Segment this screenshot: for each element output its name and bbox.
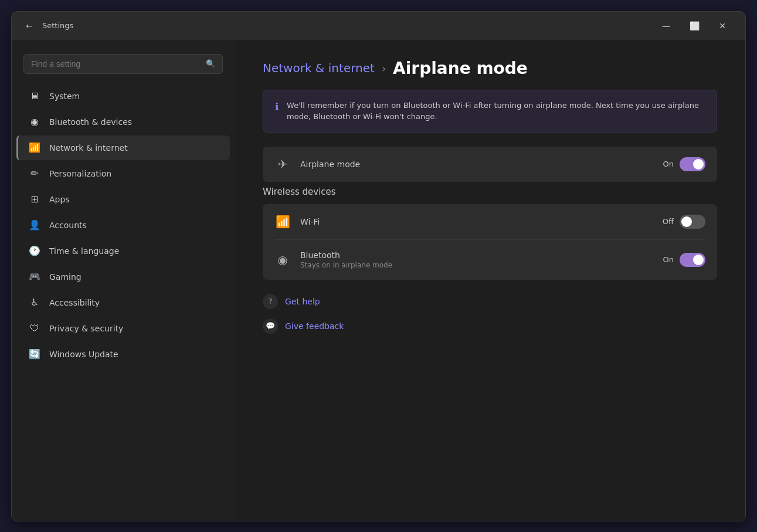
- accounts-icon: 👤: [28, 219, 41, 232]
- content-area: Network & internet › Airplane mode ℹ We'…: [235, 40, 745, 521]
- time-icon: 🕐: [28, 245, 41, 257]
- get-help-link[interactable]: ? Get help: [263, 292, 717, 311]
- wifi-toggle[interactable]: [680, 215, 705, 229]
- airplane-mode-control: On: [663, 157, 705, 171]
- breadcrumb-separator: ›: [382, 62, 386, 74]
- sidebar-label-personalization: Personalization: [49, 169, 111, 178]
- airplane-mode-info: Airplane mode: [300, 160, 654, 169]
- sidebar-label-bluetooth: Bluetooth & devices: [49, 117, 132, 127]
- sidebar-item-accessibility[interactable]: ♿ Accessibility: [16, 290, 230, 315]
- bluetooth-sublabel: Stays on in airplane mode: [300, 261, 654, 269]
- privacy-icon: 🛡: [28, 322, 41, 335]
- wifi-row: 📶 Wi-Fi Off: [274, 204, 705, 239]
- bluetooth-setting-icon: ◉: [274, 253, 291, 267]
- sidebar-item-windows-update[interactable]: 🔄 Windows Update: [16, 342, 230, 367]
- title-bar: ← Settings — ⬜ ✕: [12, 12, 745, 40]
- give-feedback-label: Give feedback: [285, 321, 344, 331]
- search-input[interactable]: [31, 59, 201, 69]
- wifi-status: Off: [663, 217, 674, 226]
- network-icon: 📶: [28, 141, 41, 154]
- back-button[interactable]: ←: [21, 18, 38, 34]
- wireless-card: 📶 Wi-Fi Off ◉: [263, 204, 717, 280]
- give-feedback-icon: 💬: [263, 318, 278, 334]
- wifi-control: Off: [663, 215, 705, 229]
- sidebar-item-privacy[interactable]: 🛡 Privacy & security: [16, 316, 230, 341]
- info-banner: ℹ We'll remember if you turn on Bluetoot…: [263, 90, 717, 133]
- settings-window: ← Settings — ⬜ ✕ 🔍 🖥 System ◉ Blue: [11, 11, 746, 521]
- accessibility-icon: ♿: [28, 296, 41, 309]
- get-help-icon: ?: [263, 294, 278, 309]
- sidebar-item-system[interactable]: 🖥 System: [16, 84, 230, 109]
- sidebar-item-bluetooth[interactable]: ◉ Bluetooth & devices: [16, 110, 230, 134]
- sidebar-item-gaming[interactable]: 🎮 Gaming: [16, 265, 230, 289]
- breadcrumb-parent[interactable]: Network & internet: [263, 61, 375, 75]
- search-box[interactable]: 🔍: [23, 54, 223, 74]
- search-container: 🔍: [12, 49, 235, 83]
- apps-icon: ⊞: [28, 193, 41, 206]
- sidebar-item-network[interactable]: 📶 Network & internet: [16, 135, 230, 160]
- wireless-section-title: Wireless devices: [263, 187, 717, 197]
- maximize-button[interactable]: ⬜: [681, 16, 708, 35]
- give-feedback-link[interactable]: 💬 Give feedback: [263, 316, 717, 336]
- wifi-track: [680, 215, 705, 229]
- bluetooth-status: On: [663, 255, 674, 264]
- personalization-icon: ✏: [28, 167, 41, 180]
- bluetooth-track: [680, 253, 705, 267]
- airplane-mode-thumb: [693, 159, 704, 170]
- sidebar-item-time[interactable]: 🕐 Time & language: [16, 239, 230, 263]
- wifi-icon: 📶: [274, 215, 291, 229]
- bluetooth-toggle[interactable]: [680, 253, 705, 267]
- wifi-info: Wi-Fi: [300, 217, 653, 226]
- sidebar-item-personalization[interactable]: ✏ Personalization: [16, 161, 230, 186]
- search-icon: 🔍: [206, 59, 215, 68]
- airplane-mode-card: ✈ Airplane mode On: [263, 147, 717, 182]
- sidebar: 🔍 🖥 System ◉ Bluetooth & devices 📶 Netwo…: [12, 40, 235, 521]
- airplane-mode-toggle[interactable]: [680, 157, 705, 171]
- sidebar-label-privacy: Privacy & security: [49, 324, 123, 333]
- sidebar-label-time: Time & language: [49, 246, 119, 256]
- sidebar-label-system: System: [49, 92, 80, 101]
- wifi-label: Wi-Fi: [300, 217, 653, 226]
- breadcrumb: Network & internet › Airplane mode: [263, 59, 717, 78]
- airplane-mode-track: [680, 157, 705, 171]
- airplane-mode-status: On: [663, 160, 674, 168]
- close-button[interactable]: ✕: [709, 16, 736, 35]
- bluetooth-row: ◉ Bluetooth Stays on in airplane mode On: [274, 239, 705, 280]
- sidebar-label-windows-update: Windows Update: [49, 350, 118, 359]
- wifi-thumb: [681, 216, 692, 227]
- system-icon: 🖥: [28, 90, 41, 103]
- window-controls: — ⬜ ✕: [653, 16, 736, 35]
- bluetooth-icon: ◉: [28, 116, 41, 128]
- help-links: ? Get help 💬 Give feedback: [263, 292, 717, 336]
- airplane-mode-label: Airplane mode: [300, 160, 654, 169]
- window-title: Settings: [42, 21, 653, 30]
- bluetooth-label: Bluetooth: [300, 250, 654, 260]
- gaming-icon: 🎮: [28, 270, 41, 283]
- minimize-button[interactable]: —: [653, 16, 680, 35]
- windows-update-icon: 🔄: [28, 348, 41, 361]
- get-help-label: Get help: [285, 297, 320, 306]
- info-icon: ℹ: [275, 101, 279, 112]
- airplane-mode-row: ✈ Airplane mode On: [274, 147, 705, 182]
- sidebar-item-accounts[interactable]: 👤 Accounts: [16, 213, 230, 238]
- airplane-mode-icon: ✈: [274, 157, 291, 171]
- main-layout: 🔍 🖥 System ◉ Bluetooth & devices 📶 Netwo…: [12, 40, 745, 521]
- bluetooth-info: Bluetooth Stays on in airplane mode: [300, 250, 654, 269]
- sidebar-label-accounts: Accounts: [49, 221, 87, 230]
- sidebar-label-gaming: Gaming: [49, 272, 82, 282]
- sidebar-item-apps[interactable]: ⊞ Apps: [16, 187, 230, 212]
- info-text: We'll remember if you turn on Bluetooth …: [287, 100, 705, 123]
- sidebar-label-accessibility: Accessibility: [49, 298, 100, 307]
- page-title: Airplane mode: [393, 59, 528, 78]
- sidebar-label-network: Network & internet: [49, 143, 128, 153]
- bluetooth-thumb: [693, 255, 704, 265]
- sidebar-label-apps: Apps: [49, 195, 70, 204]
- bluetooth-control: On: [663, 253, 705, 267]
